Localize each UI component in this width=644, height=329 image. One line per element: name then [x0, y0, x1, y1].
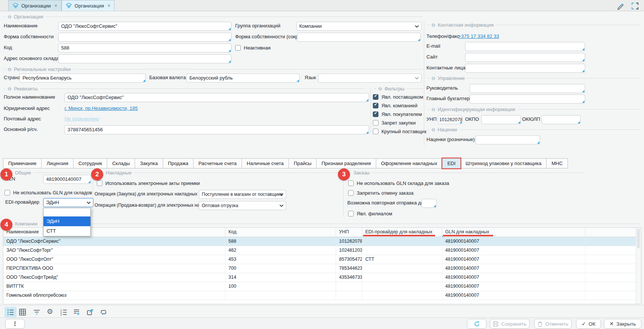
tab-invoice-layout[interactable]: Оформление накладных	[376, 158, 443, 168]
collapse-icon[interactable]: ⊖	[431, 23, 435, 27]
edi-provider-select[interactable]: ЭДиН	[43, 198, 93, 207]
purchase-op-select[interactable]: Поступление в магазин от поставщика	[199, 190, 286, 199]
close-icon[interactable]: ×	[54, 3, 57, 9]
table-row[interactable]: ПЕРСПЕКТИВА ООО700 785344623 48190001400…	[3, 264, 641, 273]
more-actions-button[interactable]: ⋮	[5, 319, 25, 329]
tab-price-lists[interactable]: Прайсы	[288, 158, 317, 168]
table-row[interactable]: ООО "ЛюксСофтОпт"453 857305472СТТ 481900…	[3, 255, 641, 264]
gln-field[interactable]: 4819000140007	[43, 175, 91, 184]
edit-pencil-icon[interactable]	[617, 2, 624, 11]
okpo-field[interactable]	[481, 115, 521, 124]
tab-notes[interactable]: Примечание	[3, 158, 42, 168]
contact-persons-field[interactable]	[465, 64, 585, 73]
collapse-icon[interactable]: ⊖	[431, 127, 435, 132]
buyer-checkbox[interactable]	[373, 111, 378, 117]
trash-icon	[537, 321, 543, 327]
save-button[interactable]: Сохранить	[490, 319, 530, 329]
tab-warehouses[interactable]: Склады	[107, 158, 135, 168]
code-field[interactable]: 588	[58, 44, 231, 53]
tab-license[interactable]: Лицензия	[41, 158, 74, 168]
tab-settlement-accounts[interactable]: Расчетные счета	[193, 158, 242, 168]
tab-purchase[interactable]: Закупка	[135, 158, 163, 168]
tab-separation-signs[interactable]: Признаки разделения	[316, 158, 376, 168]
sales-return-op-select[interactable]: Оптовая отгрузка	[199, 201, 286, 210]
column-header-unp[interactable]: УНП	[336, 228, 362, 237]
ownership-field[interactable]	[58, 33, 231, 42]
numbered-list-icon[interactable]: 123	[59, 308, 68, 317]
resend-field[interactable]	[422, 199, 437, 208]
ownership-short-field[interactable]	[297, 33, 421, 42]
tab-mns[interactable]: МНС	[546, 158, 568, 168]
collapse-icon[interactable]: ⊖	[431, 76, 435, 81]
column-header-code[interactable]: Код	[225, 228, 336, 237]
dropdown-option-empty[interactable]	[44, 208, 90, 216]
cancel-button[interactable]: Отменить	[534, 319, 572, 329]
column-header-gln[interactable]: GLN для накладных	[442, 228, 585, 237]
supplier-checkbox[interactable]	[373, 94, 378, 100]
purchase-ban-checkbox[interactable]	[373, 120, 378, 126]
group-select[interactable]: Компании	[296, 22, 422, 31]
retail-markup-field[interactable]	[476, 135, 540, 144]
close-button[interactable]: ✕ Закрыть	[604, 319, 641, 329]
collapse-icon[interactable]: ⊖	[8, 14, 12, 19]
table-scrollbar[interactable]	[636, 228, 641, 304]
tab-sales[interactable]: Продажа	[163, 158, 194, 168]
accountant-field[interactable]	[470, 95, 585, 104]
collapse-icon[interactable]: ⊖	[378, 86, 382, 91]
window-tab-organizations[interactable]: Организации ×	[8, 0, 62, 11]
name-field[interactable]: ОДО "ЛюксСофтСервис"	[58, 22, 231, 31]
site-field[interactable]	[465, 53, 585, 62]
grid-view-icon[interactable]	[18, 308, 27, 317]
fullscreen-icon[interactable]	[631, 2, 639, 11]
column-header-name[interactable]: Наименование	[3, 228, 225, 237]
refresh-button[interactable]	[467, 319, 486, 329]
table-row[interactable]: ОДО "ЛюксСофтСервис"588 101262078 481900…	[3, 237, 641, 246]
table-row[interactable]: Гомельский облпотребсоюз 4819000140007	[3, 291, 641, 300]
forbid-cancel-checkbox[interactable]	[348, 190, 354, 196]
email-field[interactable]	[465, 42, 585, 51]
electronic-acts-checkbox[interactable]	[97, 180, 102, 186]
collapse-icon[interactable]: ⊖	[8, 67, 12, 72]
table-row[interactable]: ООО "ЛюксСофтТрейд"314 435346733 4819000…	[3, 273, 641, 282]
account-field[interactable]: 3788745651456	[65, 125, 369, 134]
no-gln-warehouse-checkbox[interactable]	[5, 190, 10, 195]
company-checkbox[interactable]	[373, 103, 378, 108]
collapse-icon[interactable]: ⊖	[8, 86, 12, 91]
large-supplier-checkbox[interactable]	[373, 129, 378, 134]
window-tab-organization[interactable]: Организация ×	[62, 0, 115, 11]
close-icon[interactable]: ×	[107, 3, 110, 9]
tab-employee[interactable]: Сотрудник	[73, 158, 107, 168]
collapse-icon[interactable]: ⊖	[431, 107, 435, 112]
branch-checkbox[interactable]	[348, 211, 354, 216]
dropdown-option-edin[interactable]: ЭДиН	[44, 216, 90, 226]
ok-button[interactable]: ✓ ОК	[576, 319, 601, 329]
tab-supplier-package-barcode[interactable]: Штрихкод упаковки у поставщика	[460, 158, 546, 168]
open-external-icon[interactable]	[86, 308, 95, 317]
list-view-icon[interactable]	[5, 307, 17, 317]
column-header-edi-provider[interactable]: EDI-провайдер для накладных	[362, 228, 442, 237]
country-field[interactable]: Республика Беларусь	[20, 74, 146, 83]
tab-cash-accounts[interactable]: Наличные счета	[242, 158, 289, 168]
no-gln-order-checkbox[interactable]	[348, 180, 354, 186]
phone-link[interactable]: +375 17 334 82 33	[458, 32, 499, 41]
head-field[interactable]	[470, 84, 585, 93]
unp-field[interactable]: 101262078	[438, 115, 462, 124]
filter-icon[interactable]	[32, 308, 41, 317]
requisites-section-legend: ⊖ Реквизиты	[4, 86, 365, 92]
okyulp-field[interactable]	[542, 115, 581, 124]
table-row[interactable]: ЗАО "ЛюксСофтТорг"462 102481203 48190001…	[3, 246, 641, 255]
inactive-checkbox[interactable]	[235, 45, 241, 51]
warehouse-address-field[interactable]	[58, 54, 231, 63]
full-name-field[interactable]: ОДО "ЛюксСофтСервис"	[65, 93, 369, 102]
refresh-cycle-icon[interactable]	[99, 308, 108, 317]
no-gln-warehouse-row: Не использовать GLN для складов	[5, 189, 92, 195]
postal-address-link[interactable]: Не определено	[65, 115, 99, 123]
currency-field[interactable]: Белорусский рубль	[186, 74, 300, 83]
dropdown-option-ctt[interactable]: СТТ	[44, 226, 90, 236]
tab-edi[interactable]: EDI	[442, 158, 461, 168]
language-select[interactable]	[318, 74, 422, 83]
add-row-icon[interactable]	[72, 308, 81, 317]
table-row[interactable]: ВИТГТК100 4819000140007	[3, 282, 641, 291]
settings-gear-icon[interactable]: ⚙	[45, 307, 54, 316]
legal-address-link[interactable]: г. Минск, пр.Независимости, 185	[65, 104, 138, 113]
